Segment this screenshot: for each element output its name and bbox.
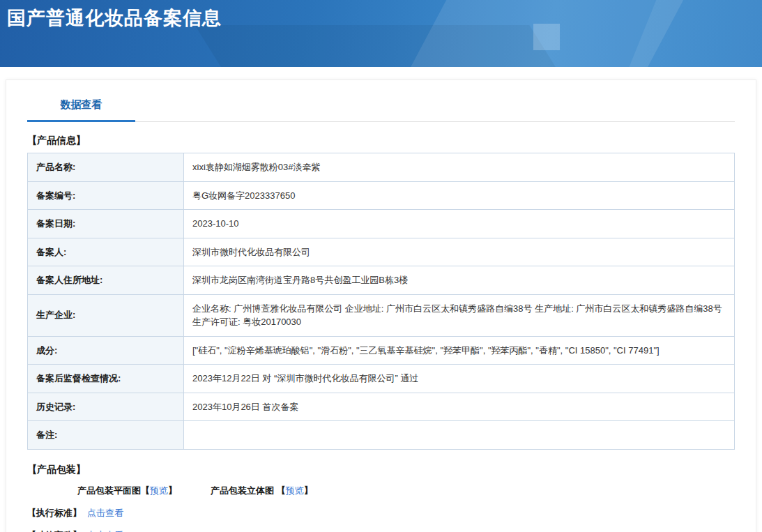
- efficacy-view-link[interactable]: 点击查看: [87, 530, 123, 532]
- row-label: 备案日期:: [28, 210, 184, 238]
- row-label: 备案人:: [28, 238, 184, 266]
- efficacy-row: 【功效宣称】点击查看: [27, 529, 735, 532]
- row-value: xixi袁静如湖烟雾散粉03#淡牵紫: [184, 153, 735, 182]
- table-row: 备案人住所地址: 深圳市龙岗区南湾街道宝丹路8号共创盈工业园B栋3楼: [28, 266, 735, 295]
- page-header: 国产普通化妆品备案信息: [0, 0, 762, 67]
- standard-view-link[interactable]: 点击查看: [87, 508, 123, 518]
- table-row: 生产企业: 企业名称: 广州博萱雅化妆品有限公司 企业地址: 广州市白云区太和镇…: [28, 294, 735, 336]
- table-row: 产品名称: xixi袁静如湖烟雾散粉03#淡牵紫: [28, 153, 735, 182]
- row-label: 历史记录:: [28, 393, 184, 421]
- table-row: 备案人: 深圳市微时代化妆品有限公司: [28, 238, 735, 266]
- row-value: 2023年10月26日 首次备案: [184, 393, 735, 421]
- row-label: 备注:: [28, 421, 184, 450]
- row-label: 备案人住所地址:: [28, 266, 184, 295]
- row-label: 产品名称:: [28, 153, 184, 182]
- bracket-close: 】: [304, 485, 313, 496]
- packaging-flat-item: 产品包装平面图【预览】: [77, 485, 177, 497]
- bracket-open: 【: [141, 485, 150, 496]
- row-value: 深圳市微时代化妆品有限公司: [184, 238, 735, 266]
- packaging-stereo-item: 产品包装立体图 【预览】: [211, 485, 313, 497]
- page-title: 国产普通化妆品备案信息: [0, 0, 762, 31]
- row-label: 备案编号:: [28, 181, 184, 210]
- table-row: 备案编号: 粤G妆网备字2023337650: [28, 181, 735, 210]
- packaging-flat-preview-link[interactable]: 预览: [150, 485, 168, 496]
- efficacy-heading: 【功效宣称】: [27, 530, 82, 532]
- table-row: 历史记录: 2023年10月26日 首次备案: [28, 393, 735, 421]
- tab-data-view[interactable]: 数据查看: [27, 98, 135, 122]
- page: 国产普通化妆品备案信息 数据查看 【产品信息】 产品名称: xixi袁静如湖烟雾…: [0, 0, 762, 532]
- row-value: 企业名称: 广州博萱雅化妆品有限公司 企业地址: 广州市白云区太和镇秀盛路自编3…: [184, 294, 735, 336]
- standard-heading: 【执行标准】: [27, 508, 82, 518]
- section-heading-packaging: 【产品包装】: [27, 464, 735, 476]
- row-value: 2023年12月22日 对 “深圳市微时代化妆品有限公司” 通过: [184, 365, 735, 393]
- packaging-flat-label: 产品包装平面图: [77, 485, 141, 496]
- content-card: 数据查看 【产品信息】 产品名称: xixi袁静如湖烟雾散粉03#淡牵紫 备案编…: [6, 79, 756, 532]
- row-value: 粤G妆网备字2023337650: [184, 181, 735, 210]
- table-row: 成分: ["硅石", "淀粉辛烯基琥珀酸铝", "滑石粉", "三乙氧基辛基硅烷…: [28, 336, 735, 365]
- packaging-stereo-preview-link[interactable]: 预览: [286, 485, 304, 496]
- product-info-table: 产品名称: xixi袁静如湖烟雾散粉03#淡牵紫 备案编号: 粤G妆网备字202…: [27, 153, 735, 450]
- table-row: 备注:: [28, 421, 735, 450]
- row-value: 2023-10-10: [184, 210, 735, 238]
- bracket-open: 【: [277, 485, 286, 496]
- bracket-close: 】: [168, 485, 177, 496]
- tab-bar: 数据查看: [27, 80, 735, 122]
- row-label: 成分:: [28, 336, 184, 365]
- standard-row: 【执行标准】点击查看: [27, 507, 735, 519]
- header-decoration-band: [195, 25, 586, 67]
- row-value: [184, 421, 735, 450]
- packaging-stereo-label: 产品包装立体图: [211, 485, 277, 496]
- table-row: 备案后监督检查情况: 2023年12月22日 对 “深圳市微时代化妆品有限公司”…: [28, 365, 735, 393]
- row-value: 深圳市龙岗区南湾街道宝丹路8号共创盈工业园B栋3楼: [184, 266, 735, 295]
- packaging-row: 产品包装平面图【预览】 产品包装立体图 【预览】: [77, 485, 735, 497]
- section-heading-product-info: 【产品信息】: [27, 135, 735, 147]
- row-label: 备案后监督检查情况:: [28, 365, 184, 393]
- row-label: 生产企业:: [28, 294, 184, 336]
- row-value: ["硅石", "淀粉辛烯基琥珀酸铝", "滑石粉", "三乙氧基辛基硅烷", "…: [184, 336, 735, 365]
- table-row: 备案日期: 2023-10-10: [28, 210, 735, 238]
